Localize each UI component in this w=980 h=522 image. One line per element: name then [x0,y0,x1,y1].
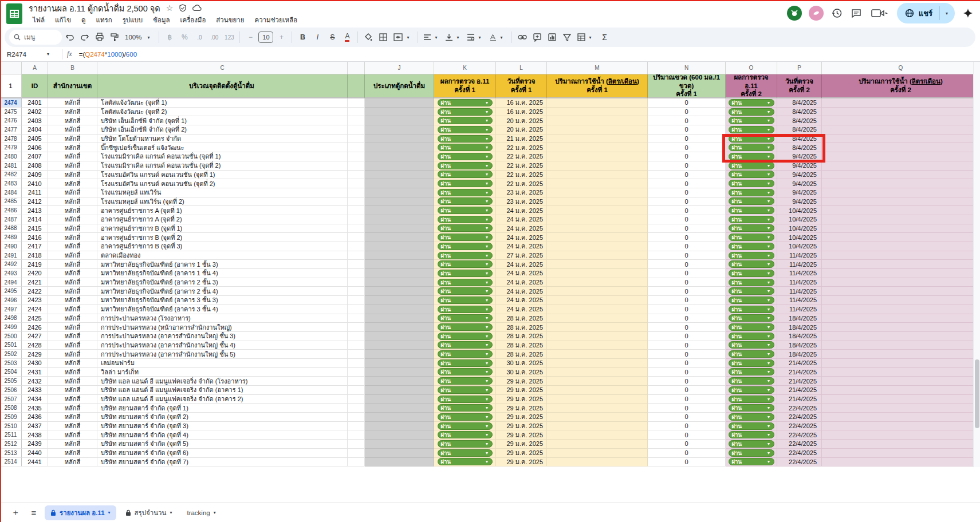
cell-usage-2[interactable] [822,323,980,332]
cell-result-2[interactable]: ผ่าน▼ [726,143,777,152]
cell-id[interactable]: 2412 [22,197,48,207]
cell-date-2[interactable]: 9/4/2025 [777,197,822,207]
cell-district[interactable]: หลักสี่ [48,197,97,207]
cell-date-2[interactable]: 8/4/2025 [777,143,822,152]
cell-result-2[interactable]: ผ่าน▼ [726,125,777,135]
cell-location[interactable]: โลตัสแจ้งวัฒนะ (จุดที่ 1) [97,98,348,108]
cell-id[interactable]: 2407 [22,152,48,161]
cell-dispenser-type[interactable] [365,323,434,332]
cell-result-1[interactable]: ผ่าน▼ [434,305,496,314]
cell-id[interactable]: 2429 [22,350,48,359]
cell-dispenser-type[interactable] [365,440,434,449]
more-number-formats-icon[interactable]: 123 [222,30,236,44]
row-number[interactable]: 2511 [0,430,22,440]
row-number[interactable]: 2491 [0,251,22,260]
row-number[interactable]: 2478 [0,135,22,144]
cell-result-2[interactable]: ผ่าน▼ [726,422,777,431]
menu-help[interactable]: ความช่วยเหลือ [250,14,301,26]
cell-result-2[interactable]: ผ่าน▼ [726,359,777,368]
cell-date-2[interactable]: 9/4/2025 [777,171,822,180]
column-header-O[interactable]: O [726,62,777,74]
cell-dispenser-type[interactable] [365,224,434,234]
row-number[interactable]: 2490 [0,242,22,251]
menu-edit[interactable]: แก้ไข [51,14,75,26]
cell-usage-2[interactable] [822,350,980,359]
cell-district[interactable]: หลักสี่ [48,188,97,197]
cell-id[interactable]: 2418 [22,251,48,260]
cell-bottles-1[interactable]: 0 [648,233,726,242]
cell-hidden-gap[interactable] [348,197,365,207]
row-number[interactable]: 2508 [0,404,22,413]
cell-usage-2[interactable] [822,332,980,341]
row-number[interactable]: 2509 [0,413,22,422]
cell-id[interactable]: 2411 [22,188,48,197]
cell-dispenser-type[interactable] [365,430,434,440]
pass-dropdown-chip[interactable]: ผ่าน▼ [729,386,774,394]
cell-usage-2[interactable] [822,404,980,413]
comments-icon[interactable] [850,7,863,19]
cell-result-2[interactable]: ผ่าน▼ [726,206,777,215]
menu-insert[interactable]: แทรก [92,14,116,26]
cell-result-1[interactable]: ผ่าน▼ [434,269,496,278]
cell-location[interactable]: มหาวิทยาลัยธุรกิจบัณฑิตย์ (อาคาร 2 ชั้น … [97,287,348,296]
cell-location[interactable]: การประปานครหลวง (หน้าอาคารสำนักงานใหญ่) [97,323,348,332]
column-header-C[interactable]: C [97,62,348,74]
pass-dropdown-chip[interactable]: ผ่าน▼ [729,449,774,457]
cell-usage-2[interactable] [822,377,980,386]
cell-result-2[interactable]: ผ่าน▼ [726,296,777,305]
cell-location[interactable]: โรงแรมมิราเคิล แกรนด์ คอนเวนชั่น (จุดที่… [97,161,348,171]
collaborator-avatar-pink[interactable] [809,6,824,21]
cell-dispenser-type[interactable] [365,98,434,108]
cell-usage-1[interactable] [547,171,648,180]
pass-dropdown-chip[interactable]: ผ่าน▼ [438,108,493,116]
cell-bottles-1[interactable]: 0 [648,108,726,117]
cell-hidden-gap[interactable] [348,296,365,305]
cell-dispenser-type[interactable] [365,233,434,242]
cell-district[interactable]: หลักสี่ [48,224,97,234]
cell-location[interactable]: โรงแรมหลุยส์ แทเวิร์น (จุดที่ 2) [97,197,348,207]
header-district[interactable]: สำนักงานเขต [48,74,97,98]
pass-dropdown-chip[interactable]: ผ่าน▼ [438,99,493,106]
cell-result-1[interactable]: ผ่าน▼ [434,395,496,404]
cell-usage-1[interactable] [547,143,648,152]
cell-usage-2[interactable] [822,305,980,314]
pass-dropdown-chip[interactable]: ผ่าน▼ [729,260,774,268]
cell-district[interactable]: หลักสี่ [48,314,97,323]
cell-bottles-1[interactable]: 0 [648,215,726,224]
cell-date-1[interactable]: 24 ม.ค. 2025 [496,269,547,278]
cell-bottles-1[interactable]: 0 [648,386,726,395]
cell-result-1[interactable]: ผ่าน▼ [434,350,496,359]
pass-dropdown-chip[interactable]: ผ่าน▼ [438,449,493,457]
document-title[interactable]: รายงานผล อ.11 ตู้กดน้ำดื่ม 2,500 จุด [29,2,160,15]
cell-hidden-gap[interactable] [348,458,365,467]
cell-result-1[interactable]: ผ่าน▼ [434,386,496,395]
cell-usage-1[interactable] [547,350,648,359]
cell-id[interactable]: 2434 [22,395,48,404]
cell-id[interactable]: 2409 [22,171,48,180]
cell-district[interactable]: หลักสี่ [48,278,97,287]
cell-usage-2[interactable] [822,287,980,296]
cell-location[interactable]: บริษัท โตโยต้ามหานคร จำกัด [97,135,348,144]
cell-date-2[interactable]: 10/4/2025 [777,206,822,215]
cell-result-1[interactable]: ผ่าน▼ [434,296,496,305]
cell-id[interactable]: 2433 [22,386,48,395]
cell-usage-1[interactable] [547,108,648,117]
header-date-1[interactable]: วันที่ตรวจครั้งที่ 1 [496,74,547,98]
cell-district[interactable]: หลักสี่ [48,251,97,260]
cell-usage-1[interactable] [547,386,648,395]
cell-district[interactable]: หลักสี่ [48,305,97,314]
cell-location[interactable]: มหาวิทยาลัยธุรกิจบัณฑิตย์ (อาคาร 3 ชั้น … [97,296,348,305]
cell-dispenser-type[interactable] [365,332,434,341]
cell-id[interactable]: 2401 [22,98,48,108]
cell-district[interactable]: หลักสี่ [48,179,97,188]
cell-date-2[interactable]: 10/4/2025 [777,215,822,224]
cell-date-2[interactable]: 10/4/2025 [777,233,822,242]
cell-result-1[interactable]: ผ่าน▼ [434,135,496,144]
column-header-J[interactable]: J [365,62,434,74]
cell-bottles-1[interactable]: 0 [648,260,726,269]
cell-date-1[interactable]: 20 ม.ค. 2025 [496,116,547,125]
pass-dropdown-chip[interactable]: ผ่าน▼ [438,126,493,133]
pass-dropdown-chip[interactable]: ผ่าน▼ [438,458,493,465]
add-sheet-icon[interactable]: ＋ [8,505,23,520]
cell-date-1[interactable]: 24 ม.ค. 2025 [496,260,547,269]
